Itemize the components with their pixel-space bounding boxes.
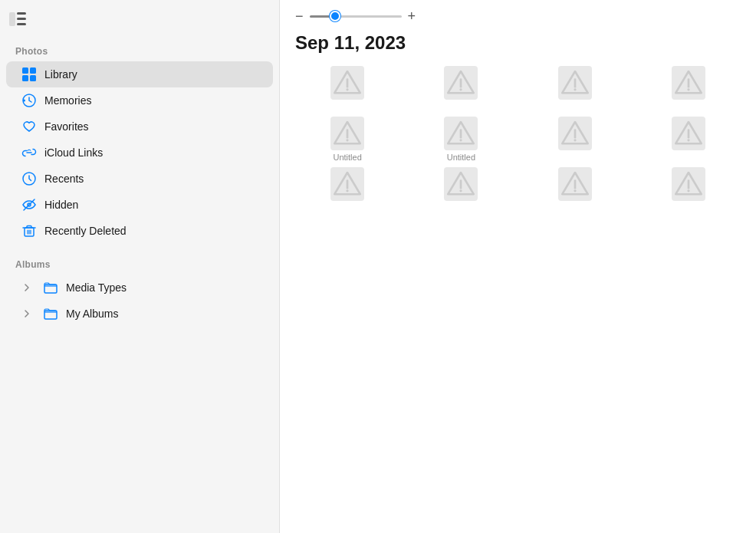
svg-point-9 — [23, 100, 25, 102]
sidebar-item-library-label: Library — [44, 68, 77, 81]
svg-point-45 — [460, 189, 462, 192]
zoom-out-button[interactable]: − — [295, 9, 304, 23]
photo-cell-p1[interactable] — [330, 66, 364, 100]
svg-point-48 — [574, 189, 576, 192]
photo-cell-p8[interactable] — [672, 117, 705, 150]
zoom-slider[interactable] — [310, 15, 402, 18]
clock-icon — [21, 171, 37, 186]
chevron-right-icon-2 — [21, 308, 32, 319]
folder-media-icon — [43, 280, 58, 295]
svg-point-36 — [574, 139, 576, 141]
photos-section-label: Photos — [0, 43, 279, 61]
albums-section-label: Albums — [0, 256, 279, 275]
svg-point-27 — [687, 88, 689, 90]
sidebar-item-recently-deleted-label: Recently Deleted — [44, 225, 127, 237]
svg-rect-5 — [30, 67, 36, 74]
photo-cell-p12[interactable] — [672, 167, 705, 201]
sidebar-item-favorites[interactable]: Favorites — [6, 114, 273, 140]
zoom-in-button[interactable]: + — [408, 9, 416, 23]
sidebar-item-media-types[interactable]: Media Types — [6, 275, 273, 301]
photos-grid-container[interactable]: UntitledUntitled — [280, 66, 756, 533]
heart-icon — [21, 119, 37, 134]
trash-icon — [21, 223, 37, 239]
svg-rect-7 — [30, 75, 36, 81]
photo-cell-p5[interactable] — [330, 117, 364, 150]
svg-rect-3 — [17, 23, 26, 25]
sidebar-item-my-albums-label: My Albums — [66, 308, 118, 320]
svg-rect-2 — [17, 18, 26, 20]
svg-point-18 — [347, 88, 349, 90]
memories-icon — [21, 93, 37, 108]
svg-rect-0 — [9, 12, 15, 26]
svg-point-51 — [687, 189, 689, 192]
sidebar-toggle-button[interactable] — [9, 12, 34, 31]
sidebar-item-media-types-label: Media Types — [66, 281, 127, 294]
sidebar-item-icloud-links-label: iCloud Links — [44, 146, 103, 159]
svg-point-42 — [347, 189, 349, 192]
photo-cell-p3[interactable] — [558, 66, 592, 100]
photo-cell-p4[interactable] — [672, 66, 705, 100]
chevron-right-icon — [21, 282, 32, 293]
photos-grid: UntitledUntitled — [292, 66, 744, 215]
photo-grid-icon — [21, 67, 37, 82]
svg-point-39 — [687, 139, 689, 141]
link-icon — [21, 145, 37, 160]
eye-slash-icon — [21, 197, 37, 212]
svg-rect-4 — [22, 67, 28, 74]
photo-cell-p10[interactable] — [444, 167, 478, 201]
sidebar-item-recents-label: Recents — [44, 173, 84, 185]
sidebar-item-hidden-label: Hidden — [44, 199, 78, 211]
svg-point-21 — [460, 88, 462, 90]
photo-cell-p9[interactable] — [330, 167, 364, 201]
toolbar: − + — [280, 0, 756, 29]
sidebar: Photos Library Memories — [0, 0, 280, 533]
folder-albums-icon — [43, 306, 58, 321]
photo-cell-p11[interactable] — [558, 167, 592, 201]
photo-label-p5: Untitled — [292, 153, 403, 162]
photo-cell-p7[interactable] — [558, 117, 592, 150]
date-heading: Sep 11, 2023 — [280, 29, 756, 66]
sidebar-item-library[interactable]: Library — [6, 61, 273, 87]
sidebar-item-recents[interactable]: Recents — [6, 166, 273, 192]
svg-rect-6 — [22, 75, 28, 81]
svg-point-33 — [460, 139, 462, 141]
svg-point-30 — [347, 139, 349, 141]
photo-cell-p2[interactable] — [444, 66, 478, 100]
sidebar-item-hidden[interactable]: Hidden — [6, 192, 273, 218]
svg-point-24 — [574, 88, 576, 90]
sidebar-item-my-albums[interactable]: My Albums — [6, 301, 273, 327]
sidebar-item-favorites-label: Favorites — [44, 120, 89, 133]
photo-label-p6: Untitled — [406, 153, 516, 162]
svg-rect-1 — [17, 12, 26, 15]
photo-cell-p6[interactable] — [444, 117, 478, 150]
sidebar-item-icloud-links[interactable]: iCloud Links — [6, 140, 273, 166]
sidebar-item-memories[interactable]: Memories — [6, 87, 273, 114]
sidebar-item-recently-deleted[interactable]: Recently Deleted — [6, 218, 273, 244]
sidebar-item-memories-label: Memories — [44, 94, 91, 107]
main-content: − + Sep 11, 2023 UntitledUntitled — [280, 0, 756, 533]
